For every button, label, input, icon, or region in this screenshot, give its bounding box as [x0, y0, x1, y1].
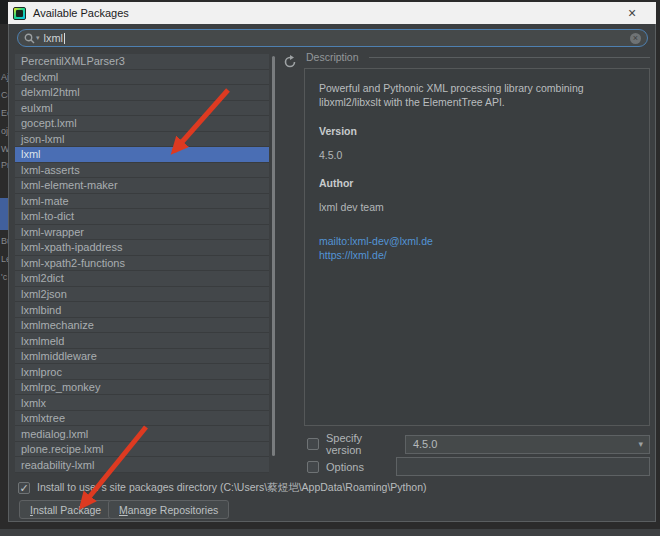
package-list-item[interactable]: lxml-xpath-ipaddress: [15, 240, 269, 256]
package-list-item[interactable]: lxml-wrapper: [15, 225, 269, 241]
package-list-item[interactable]: lxml2dict: [15, 271, 269, 287]
description-fields: Version4.5.0Authorlxml dev team: [319, 125, 635, 213]
options-row: Options: [307, 457, 650, 476]
description-link[interactable]: mailto:lxml-dev@lxml.de: [319, 235, 635, 247]
package-list-item[interactable]: lxml: [15, 147, 269, 163]
description-title-rule: [369, 57, 650, 58]
description-field-label: Version: [319, 125, 635, 137]
package-list-item[interactable]: lxml-mate: [15, 194, 269, 210]
package-summary: Powerful and Pythonic XML processing lib…: [319, 81, 635, 109]
package-list-item[interactable]: lxml-xpath2-functions: [15, 256, 269, 272]
options-label: Options: [326, 461, 364, 473]
manage-repositories-button[interactable]: Manage Repositories: [108, 500, 229, 519]
package-list-item[interactable]: lxml-element-maker: [15, 178, 269, 194]
version-select-value: 4.5.0: [413, 438, 437, 450]
package-list-item[interactable]: declxml: [15, 70, 269, 86]
version-select[interactable]: 4.5.0 ▾: [405, 435, 650, 454]
install-location-row: ✓ Install to user's site packages direct…: [18, 481, 427, 495]
package-list-item[interactable]: readability-lxml: [15, 457, 269, 473]
dialog-body: ▾ lxml × PercentilXMLParser3declxmldelxm…: [8, 24, 656, 522]
package-list-item[interactable]: lxmlmechanize: [15, 318, 269, 334]
pycharm-icon: [13, 7, 26, 20]
search-query-text: lxml: [44, 32, 64, 44]
package-list-item[interactable]: delxml2html: [15, 85, 269, 101]
specify-version-label: Specify version: [326, 432, 398, 456]
package-list-item[interactable]: eulxml: [15, 101, 269, 117]
options-input[interactable]: [396, 457, 650, 476]
package-list-item[interactable]: lxml-to-dict: [15, 209, 269, 225]
options-checkbox[interactable]: [307, 461, 319, 473]
chevron-down-icon: ▾: [638, 439, 643, 449]
search-input[interactable]: ▾ lxml ×: [17, 29, 648, 47]
description-field-value: lxml dev team: [319, 201, 635, 213]
description-field-value: 4.5.0: [319, 149, 635, 161]
refresh-icon[interactable]: [283, 55, 297, 69]
text-caret: [64, 33, 65, 44]
package-list-item[interactable]: lxml2json: [15, 287, 269, 303]
background-text-fragment: 'c: [1, 272, 7, 282]
search-icon: [24, 33, 35, 44]
specify-version-row: Specify version 4.5.0 ▾: [307, 432, 650, 456]
specify-version-checkbox[interactable]: [307, 438, 319, 450]
background-bottom-band: [0, 529, 660, 536]
clear-search-icon[interactable]: ×: [630, 33, 641, 44]
install-location-label: Install to user's site packages director…: [37, 481, 427, 495]
package-list-item[interactable]: gocept.lxml: [15, 116, 269, 132]
background-text-fragment: oj: [1, 126, 8, 136]
package-list-item[interactable]: medialog.lxml: [15, 426, 269, 442]
description-panel: Powerful and Pythonic XML processing lib…: [304, 68, 650, 426]
description-link[interactable]: https://lxml.de/: [319, 249, 635, 261]
search-history-icon[interactable]: ▾: [36, 34, 40, 42]
package-list-item[interactable]: lxmlbind: [15, 302, 269, 318]
dialog-title: Available Packages: [33, 7, 129, 19]
package-list-item[interactable]: PercentilXMLParser3: [15, 54, 269, 70]
package-list-item[interactable]: json-lxml: [15, 132, 269, 148]
package-list-item[interactable]: lxml-asserts: [15, 163, 269, 179]
description-panel-title: Description: [306, 51, 359, 63]
install-location-checkbox[interactable]: ✓: [18, 482, 30, 494]
package-list-item[interactable]: plone.recipe.lxml: [15, 442, 269, 458]
package-list-item[interactable]: lxmlx: [15, 395, 269, 411]
dialog-titlebar[interactable]: Available Packages ×: [8, 2, 656, 24]
package-list-item[interactable]: lxmlmeld: [15, 333, 269, 349]
description-field-label: Author: [319, 177, 635, 189]
package-list-item[interactable]: lxmlxtree: [15, 411, 269, 427]
description-links: mailto:lxml-dev@lxml.dehttps://lxml.de/: [319, 235, 635, 261]
package-list-item[interactable]: lxmlmiddleware: [15, 349, 269, 365]
install-package-button[interactable]: Install Package: [19, 500, 112, 519]
list-scrollbar[interactable]: [272, 56, 275, 456]
package-list-item[interactable]: lxmlrpc_monkey: [15, 380, 269, 396]
package-list-item[interactable]: lxmlproc: [15, 364, 269, 380]
package-list[interactable]: PercentilXMLParser3declxmldelxml2htmleul…: [15, 54, 269, 473]
available-packages-dialog: Available Packages × ▾ lxml × PercentilX…: [8, 2, 656, 522]
close-icon[interactable]: ×: [624, 5, 640, 21]
